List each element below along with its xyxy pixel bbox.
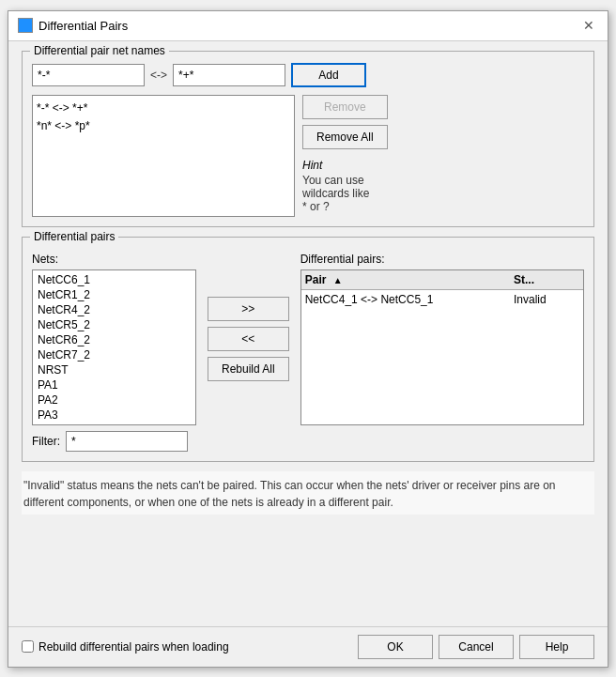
help-button[interactable]: Help [519, 635, 594, 659]
cancel-button[interactable]: Cancel [439, 635, 514, 659]
hint-box: Hint You can usewildcards like* or ? [302, 159, 388, 213]
differential-pairs-dialog: Differential Pairs ✕ Differential pair n… [8, 10, 608, 668]
list-item[interactable]: NRST [35, 362, 193, 377]
list-item[interactable]: *n* <-> *p* [37, 117, 290, 135]
close-button[interactable]: ✕ [579, 16, 598, 35]
middle-buttons: >> << Rebuild All [204, 253, 293, 425]
move-right-button[interactable]: >> [208, 297, 289, 321]
list-item[interactable]: NetCR1_2 [35, 287, 193, 302]
net-positive-input[interactable] [173, 64, 285, 86]
title-bar: Differential Pairs ✕ [8, 11, 608, 41]
footer-buttons: OK Cancel Help [358, 635, 594, 659]
filter-label: Filter: [32, 435, 60, 448]
table-row[interactable]: NetCC4_1 <-> NetCC5_1 Invalid [301, 290, 583, 309]
rebuild-checkbox-text: Rebuild differential pairs when loading [38, 640, 229, 654]
list-item[interactable]: NetCR4_2 [35, 302, 193, 317]
hint-label: Hint [302, 159, 388, 172]
ok-button[interactable]: OK [358, 635, 433, 659]
list-item[interactable]: NetCR5_2 [35, 317, 193, 332]
net-names-group: Differential pair net names <-> Add *-* … [22, 51, 594, 227]
sort-arrow-icon: ▲ [333, 275, 343, 285]
rebuild-checkbox-label[interactable]: Rebuild differential pairs when loading [22, 640, 229, 654]
net-pairs-listbox[interactable]: *-* <-> *+* *n* <-> *p* [32, 95, 295, 217]
remove-button[interactable]: Remove [302, 95, 388, 119]
dialog-icon [18, 18, 33, 33]
status-value: Invalid [514, 293, 579, 306]
net-names-right-panel: Remove Remove All Hint You can usewildca… [302, 95, 388, 217]
list-item[interactable]: *-* <-> *+* [37, 100, 290, 117]
list-item[interactable]: NetCR7_2 [35, 347, 193, 362]
diff-pairs-inner: Nets: NetCC6_1 NetCR1_2 NetCR4_2 NetCR5_… [32, 253, 584, 425]
dialog-title: Differential Pairs [38, 19, 128, 33]
net-names-inputs-row: <-> Add [32, 63, 584, 87]
nets-column: Nets: NetCC6_1 NetCR1_2 NetCR4_2 NetCR5_… [32, 253, 196, 425]
hint-section-text: "Invalid" status means the nets can't be… [23, 479, 556, 509]
list-item[interactable]: PA2 [35, 392, 193, 408]
pairs-table-header: Pair ▲ St... [301, 270, 583, 290]
nets-col-label: Nets: [32, 253, 196, 266]
nets-listbox[interactable]: NetCC6_1 NetCR1_2 NetCR4_2 NetCR5_2 NetC… [32, 269, 196, 425]
rebuild-all-button[interactable]: Rebuild All [208, 357, 289, 381]
rebuild-checkbox[interactable] [22, 640, 34, 653]
move-left-button[interactable]: << [208, 327, 289, 351]
status-col-header: St... [514, 273, 579, 286]
pair-value: NetCC4_1 <-> NetCC5_1 [305, 293, 514, 306]
footer-left: Rebuild differential pairs when loading [22, 640, 229, 654]
diff-pairs-group: Differential pairs Nets: NetCC6_1 NetCR1… [22, 237, 594, 462]
arrow-separator: <-> [150, 69, 167, 82]
pairs-table[interactable]: Pair ▲ St... NetCC4_1 <-> NetCC5_1 Inval… [300, 269, 584, 425]
net-names-content: *-* <-> *+* *n* <-> *p* Remove Remove Al… [32, 95, 584, 217]
dialog-footer: Rebuild differential pairs when loading … [8, 626, 608, 667]
list-item[interactable]: NetCC6_1 [35, 272, 193, 287]
remove-all-button[interactable]: Remove All [302, 125, 388, 149]
hint-text: You can usewildcards like* or ? [302, 174, 388, 213]
pair-col-header: Pair ▲ [305, 273, 514, 286]
title-bar-left: Differential Pairs [18, 18, 128, 33]
pairs-col-label: Differential pairs: [300, 253, 584, 266]
add-button[interactable]: Add [291, 63, 366, 87]
filter-input[interactable] [66, 431, 188, 452]
list-item[interactable]: NetCR6_2 [35, 332, 193, 347]
list-item[interactable]: PA1 [35, 377, 193, 392]
net-negative-input[interactable] [32, 64, 145, 86]
pairs-column: Differential pairs: Pair ▲ St... NetCC4_… [300, 253, 584, 425]
diff-pairs-group-label: Differential pairs [30, 230, 118, 243]
net-names-group-label: Differential pair net names [30, 44, 169, 57]
dialog-content: Differential pair net names <-> Add *-* … [8, 41, 608, 626]
list-item[interactable]: PA3 [35, 408, 193, 423]
hint-section: "Invalid" status means the nets can't be… [22, 471, 594, 515]
filter-row: Filter: [32, 431, 584, 452]
